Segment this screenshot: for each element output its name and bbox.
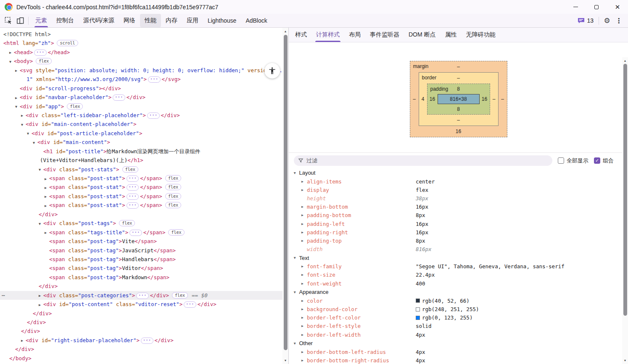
tab-无障碍功能[interactable]: 无障碍功能 — [462, 28, 500, 42]
expand-arrow-icon[interactable]: ▶ — [45, 175, 49, 183]
expand-arrow-icon[interactable]: ▼ — [39, 220, 43, 228]
computed-property-row[interactable]: ▶background-colorrgb(248, 251, 255) — [289, 305, 628, 313]
expand-arrow-icon[interactable]: ▶ — [9, 48, 14, 57]
inspect-element-icon[interactable] — [3, 15, 14, 26]
dom-tree-row[interactable]: ▼<div id="app">flex — [0, 102, 288, 111]
dom-tree-row[interactable]: <span class="post-tag">Markdown</span> — [0, 273, 288, 282]
sidebar-scrollbar[interactable]: ▲ ▼ — [622, 57, 628, 364]
row-menu-icon[interactable]: ⋯ — [2, 291, 5, 300]
expand-inline-icon[interactable]: ··· — [127, 202, 139, 209]
computed-property-row[interactable]: ▶align-itemscenter — [289, 177, 628, 186]
padding-top-value[interactable]: 8 — [457, 86, 460, 92]
expand-arrow-icon[interactable]: ▼ — [39, 165, 43, 174]
checkbox-unchecked-icon[interactable] — [558, 157, 564, 164]
expand-arrow-icon[interactable]: ▶ — [39, 291, 43, 300]
issues-button[interactable]: 13 — [575, 17, 596, 24]
padding-bottom-value[interactable]: 8 — [457, 106, 460, 112]
expand-arrow-icon[interactable]: ▶ — [39, 301, 43, 309]
expand-arrow-icon[interactable]: ▼ — [15, 102, 20, 111]
computed-property-row[interactable]: ▶colorrgb(40, 52, 66) — [289, 296, 628, 305]
tab-Lighthouse[interactable]: Lighthouse — [203, 14, 241, 27]
scrollbar-thumb[interactable] — [623, 64, 627, 316]
dom-tree-row[interactable]: ▶<span class="post-stat">···</span>flex — [0, 174, 288, 183]
computed-property-row[interactable]: ▶border-left-colorrgb(0, 123, 255) — [289, 314, 628, 322]
expand-arrow-icon[interactable]: ▶ — [301, 333, 307, 337]
expand-inline-icon[interactable]: ··· — [136, 293, 149, 299]
expand-inline-icon[interactable]: ··· — [113, 94, 125, 101]
computed-property-row[interactable]: ▶displayflex — [289, 186, 628, 194]
tab-事件监听器[interactable]: 事件监听器 — [365, 28, 404, 42]
expand-arrow-icon[interactable]: ▶ — [45, 183, 49, 192]
tab-网络[interactable]: 网络 — [119, 14, 140, 27]
dom-tree-row[interactable]: </div> — [0, 318, 288, 327]
padding-left-value[interactable]: 16 — [427, 96, 438, 102]
dom-tree-row[interactable]: <span class="post-tag">Vditor</span> — [0, 264, 288, 272]
expand-arrow-icon[interactable]: ▶ — [301, 273, 307, 277]
border-left-value[interactable]: 4 — [419, 96, 427, 102]
expand-arrow-icon[interactable]: ▼ — [33, 139, 37, 147]
expand-arrow-icon[interactable]: ▶ — [301, 316, 307, 319]
tab-控制台[interactable]: 控制台 — [52, 14, 79, 27]
layout-badge[interactable]: flex — [165, 202, 181, 208]
layout-badge[interactable]: scroll — [57, 40, 78, 46]
expand-arrow-icon[interactable]: ▶ — [301, 239, 307, 243]
layout-badge[interactable]: flex — [165, 193, 181, 199]
expand-arrow-icon[interactable]: ▼ — [27, 129, 32, 138]
box-model-border[interactable]: border – 4 padding 8 — [419, 72, 499, 126]
expand-arrow-icon[interactable]: ▶ — [45, 192, 49, 201]
expand-inline-icon[interactable]: ··· — [184, 301, 196, 308]
dom-tree-row[interactable]: </div> — [0, 210, 288, 219]
dom-tree-row[interactable]: ⋯▶<div class="post-categories">···</div>… — [0, 291, 288, 300]
tab-样式[interactable]: 样式 — [290, 28, 311, 42]
layout-badge[interactable]: flex — [165, 184, 181, 190]
margin-top-value[interactable]: – — [457, 64, 460, 70]
dom-tree-row[interactable]: (Vite+Vditor+Handlebars)(上)</h1> — [0, 156, 288, 165]
expand-inline-icon[interactable]: ··· — [127, 194, 139, 200]
dom-tree-row[interactable]: ▶<span class="post-stat">···</span>flex — [0, 192, 288, 201]
expand-arrow-icon[interactable]: ▶ — [21, 336, 26, 345]
dom-tree-row[interactable]: </div> — [0, 282, 288, 291]
tab-元素[interactable]: 元素 — [31, 14, 52, 27]
computed-property-row[interactable]: ▶border-bottom-right-radius4px — [289, 356, 628, 364]
dom-tree-row[interactable]: <span class="post-tag">Vite</span> — [0, 237, 288, 246]
dom-tree-row[interactable]: </div> — [0, 327, 288, 335]
expand-inline-icon[interactable]: ··· — [127, 175, 139, 182]
layout-badge[interactable]: flex — [119, 220, 135, 226]
expand-inline-icon[interactable]: ··· — [141, 338, 153, 344]
dom-tree-row[interactable]: ▼<div id="post-article-placeholder"> — [0, 129, 288, 138]
scrollbar-thumb[interactable] — [284, 35, 288, 350]
dom-tree-row[interactable]: ▼<div class="post-stats">flex — [0, 165, 288, 174]
expand-arrow-icon[interactable]: ▼ — [9, 58, 14, 66]
computed-section-header[interactable]: ▼Text — [289, 254, 628, 262]
expand-arrow-icon[interactable]: ▶ — [301, 205, 307, 209]
dom-tree-row[interactable]: ▶<div id="post-content" class="vditor-re… — [0, 300, 288, 309]
computed-property-row[interactable]: ▶font-size22.4px — [289, 271, 628, 279]
close-button[interactable]: ✕ — [607, 0, 628, 14]
computed-property-row[interactable]: ▶font-weight400 — [289, 279, 628, 288]
computed-section-header[interactable]: ▼Appearance — [289, 288, 628, 296]
layout-badge[interactable]: flex — [122, 166, 138, 173]
dom-tree-row[interactable]: ▶<span class="post-stat">···</span>flex — [0, 183, 288, 191]
expand-arrow-icon[interactable]: ▶ — [45, 228, 49, 237]
dom-tree-row[interactable]: <!DOCTYPE html> — [0, 30, 288, 39]
layout-badge[interactable]: flex — [67, 103, 83, 110]
tab-性能[interactable]: 性能 — [140, 14, 161, 27]
expand-arrow-icon[interactable]: ▶ — [301, 299, 307, 303]
elements-scrollbar[interactable]: ▲ ▼ — [282, 28, 288, 364]
computed-section-header[interactable]: ▼Other — [289, 339, 628, 348]
margin-right-value[interactable]: – — [499, 96, 507, 102]
margin-bottom-value[interactable]: 16 — [456, 128, 461, 134]
tab-属性[interactable]: 属性 — [441, 28, 462, 42]
dom-tree-row[interactable]: </div> — [0, 309, 288, 318]
dom-tree-row[interactable]: ▼<div id="main-content"> — [0, 138, 288, 147]
section-collapse-icon[interactable]: ▼ — [293, 341, 296, 346]
dom-tree-row[interactable]: 1" xmlns="http://www.w3.org/2000/svg">··… — [0, 75, 288, 84]
expand-arrow-icon[interactable]: ▶ — [301, 359, 307, 362]
dom-tree-row[interactable]: ▼<div class="post-tags">flex — [0, 219, 288, 228]
expand-arrow-icon[interactable]: ▶ — [301, 282, 307, 285]
expand-arrow-icon[interactable]: ▶ — [301, 180, 307, 183]
dom-tree-row[interactable]: ▶<div id="navbar-placeholder">···</div> — [0, 93, 288, 102]
dom-tree-row[interactable]: <div id="scroll-progress"></div> — [0, 84, 288, 93]
expand-inline-icon[interactable]: ··· — [129, 230, 142, 236]
tab-应用[interactable]: 应用 — [182, 14, 203, 27]
